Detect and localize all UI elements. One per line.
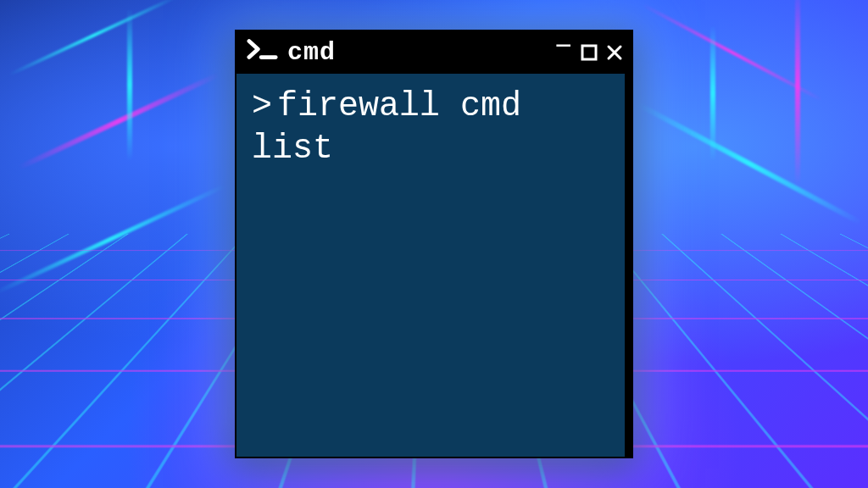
bg-neon-line [710, 25, 715, 161]
window-controls: − [555, 44, 623, 61]
minimize-button[interactable]: − [555, 43, 572, 52]
bg-neon-line [795, 0, 800, 186]
command-text: firewall cmd list [252, 87, 542, 168]
titlebar[interactable]: cmd − [236, 31, 632, 74]
bg-neon-line [127, 8, 132, 161]
bg-neon-line [8, 0, 178, 76]
terminal-body[interactable]: >firewall cmd list [236, 74, 632, 457]
close-button[interactable] [606, 44, 623, 61]
window-title: cmd [287, 38, 547, 67]
maximize-button[interactable] [581, 44, 598, 61]
bg-neon-line [636, 102, 863, 225]
svg-rect-1 [582, 46, 596, 59]
bg-neon-line [18, 72, 220, 169]
terminal-window: cmd − >firewall cmd list [235, 30, 633, 458]
terminal-prompt-icon [247, 36, 279, 69]
prompt-char: > [252, 87, 272, 125]
